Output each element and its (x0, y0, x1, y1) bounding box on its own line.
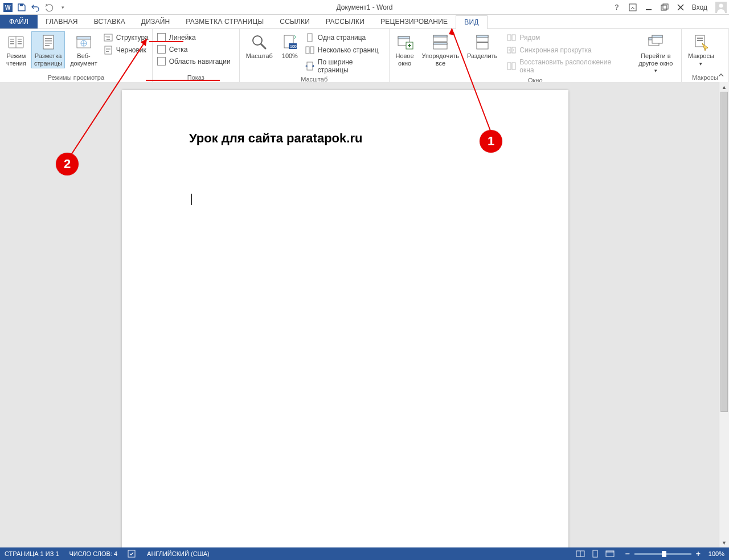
zoom-100-button[interactable]: 100 100% (278, 31, 302, 62)
svg-rect-41 (307, 62, 313, 70)
svg-rect-53 (512, 35, 515, 40)
zoom-slider[interactable] (634, 553, 691, 555)
one-page-label: Одна страница (318, 34, 366, 42)
status-language[interactable]: АНГЛИЙСКИЙ (США) (147, 550, 210, 557)
svg-rect-64 (697, 40, 703, 41)
svg-rect-39 (306, 47, 309, 54)
print-layout-button[interactable]: Разметка страницы (31, 31, 65, 68)
svg-text:W: W (5, 5, 11, 11)
svg-rect-27 (107, 38, 110, 38)
tab-file[interactable]: ФАЙЛ (0, 15, 38, 28)
sync-scroll-button[interactable]: Синхронная прокрутка (506, 45, 626, 55)
document-workspace: Урок для сайта paratapok.ru ▲ ▼ (0, 82, 729, 547)
read-mode-label: Режим чтения (6, 52, 26, 67)
multi-page-button[interactable]: Несколько страниц (304, 45, 386, 55)
svg-rect-23 (77, 36, 91, 39)
side-by-side-label: Рядом (519, 34, 540, 42)
ribbon-panel: Режим чтения Разметка страницы Веб- доку… (0, 29, 729, 83)
web-layout-button[interactable]: Веб- документ (67, 31, 100, 68)
tab-design[interactable]: ДИЗАЙН (133, 15, 178, 28)
save-icon[interactable] (17, 3, 26, 12)
window-title: Документ1 - Word (336, 3, 392, 11)
one-page-button[interactable]: Одна страница (304, 32, 386, 43)
macros-button[interactable]: Макросы▾ (685, 31, 717, 68)
svg-rect-46 (433, 35, 447, 37)
status-word-count[interactable]: ЧИСЛО СЛОВ: 4 (69, 550, 118, 557)
minimize-icon[interactable] (644, 3, 653, 12)
vertical-scrollbar[interactable]: ▲ ▼ (719, 82, 729, 547)
page-width-button[interactable]: По ширине страницы (304, 58, 386, 75)
read-mode-icon (7, 33, 25, 51)
tab-insert[interactable]: ВСТАВКА (86, 15, 133, 28)
tab-mailings[interactable]: РАССЫЛКИ (318, 15, 372, 28)
undo-icon[interactable] (31, 3, 40, 12)
zoom-slider-thumb[interactable] (662, 551, 666, 557)
page-width-icon (305, 62, 314, 71)
help-icon[interactable]: ? (612, 3, 621, 12)
reset-position-label: Восстановить расположение окна (519, 58, 625, 74)
scroll-down-icon[interactable]: ▼ (719, 538, 729, 547)
ribbon-display-options-icon[interactable] (628, 3, 637, 12)
read-mode-shortcut-icon[interactable] (576, 549, 585, 558)
switch-windows-button[interactable]: Перейти в другое окно ▾ (634, 31, 678, 76)
tab-layout[interactable]: РАЗМЕТКА СТРАНИЦЫ (178, 15, 272, 28)
gridlines-checkbox[interactable]: Сетка (156, 44, 232, 54)
collapse-ribbon-icon[interactable] (718, 72, 724, 80)
macros-icon (692, 33, 710, 51)
svg-rect-70 (606, 551, 614, 553)
document-page[interactable]: Урок для сайта paratapok.ru (122, 90, 568, 560)
zoom-in-button[interactable]: + (696, 549, 701, 558)
svg-rect-43 (398, 36, 409, 39)
outline-button[interactable]: Структура (103, 32, 150, 43)
draft-button[interactable]: Черновик (103, 45, 150, 55)
document-body-text[interactable]: Урок для сайта paratapok.ru (189, 131, 362, 146)
svg-rect-40 (310, 47, 314, 54)
side-by-side-button[interactable]: Рядом (506, 32, 626, 43)
svg-rect-16 (18, 43, 22, 44)
text-caret (191, 194, 192, 205)
ruler-checkbox[interactable]: Линейка (156, 32, 232, 42)
svg-rect-48 (433, 43, 447, 44)
scroll-thumb[interactable] (720, 92, 728, 412)
draft-label: Черновик (116, 46, 146, 54)
read-mode-button[interactable]: Режим чтения (3, 31, 29, 68)
close-icon[interactable] (676, 3, 685, 12)
scroll-up-icon[interactable]: ▲ (719, 82, 729, 92)
svg-rect-56 (507, 63, 511, 70)
new-window-button[interactable]: Новое окно (393, 31, 417, 68)
arrange-all-label: Упорядочить все (422, 52, 459, 67)
zoom-level[interactable]: 100% (708, 550, 724, 557)
checkbox-icon (157, 33, 166, 42)
svg-point-8 (719, 3, 723, 7)
status-page[interactable]: СТРАНИЦА 1 ИЗ 1 (5, 550, 59, 557)
tab-home[interactable]: ГЛАВНАЯ (38, 15, 85, 28)
tab-view[interactable]: ВИД (456, 15, 487, 29)
reset-position-button[interactable]: Восстановить расположение окна (506, 58, 626, 75)
zoom-out-button[interactable]: − (625, 549, 629, 558)
zoom-100-label: 100% (282, 52, 298, 60)
multi-page-icon (305, 46, 314, 55)
outline-label: Структура (116, 34, 149, 42)
status-proofing-icon[interactable] (128, 550, 137, 558)
qat-customize-icon[interactable]: ▾ (58, 3, 67, 12)
web-layout-shortcut-icon[interactable] (605, 549, 615, 558)
maximize-icon[interactable] (660, 3, 669, 12)
avatar-icon[interactable] (715, 2, 727, 13)
nav-pane-checkbox[interactable]: Область навигации (156, 56, 232, 66)
svg-rect-61 (652, 35, 662, 38)
word-app-icon: W (3, 3, 13, 12)
svg-rect-15 (18, 41, 22, 42)
redo-icon[interactable] (44, 3, 54, 12)
svg-rect-6 (663, 4, 668, 9)
print-layout-shortcut-icon[interactable] (591, 549, 600, 558)
tab-review[interactable]: РЕЦЕНЗИРОВАНИЕ (372, 15, 456, 28)
group-show: Линейка Сетка Область навигации Показ (153, 29, 240, 83)
arrange-all-button[interactable]: Упорядочить все (419, 31, 462, 68)
svg-rect-18 (45, 38, 52, 39)
split-button[interactable]: Разделить (464, 31, 500, 62)
multi-page-label: Несколько страниц (318, 46, 379, 54)
sign-in-link[interactable]: Вход (692, 3, 707, 11)
tab-references[interactable]: ССЫЛКИ (272, 15, 318, 28)
reset-position-icon (507, 62, 516, 71)
zoom-button[interactable]: Масштаб (243, 31, 276, 62)
